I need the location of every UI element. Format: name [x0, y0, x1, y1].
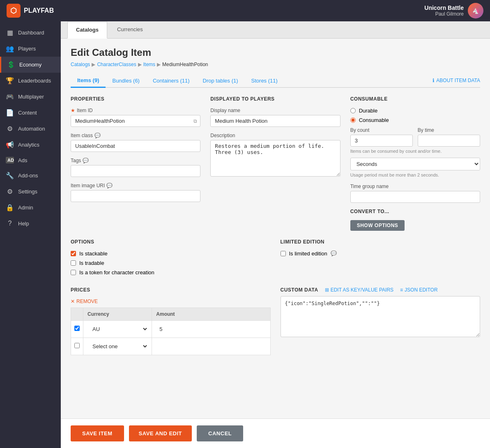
sidebar-item-content[interactable]: 📄 Content	[0, 105, 61, 121]
is-stackable-checkbox[interactable]: Is stackable	[71, 250, 271, 257]
is-token-checkbox[interactable]: Is a token for character creation	[71, 269, 271, 276]
time-group-name-input[interactable]	[350, 191, 480, 203]
sidebar-label-players: Players	[18, 46, 36, 52]
displayed-to-players-section: DISPLAYED TO PLAYERS Display name Descri…	[210, 96, 340, 231]
is-limited-edition-checkbox[interactable]: Is limited edition 💬	[281, 250, 481, 257]
edit-key-value-link[interactable]: ⊞ EDIT AS KEY/VALUE PAIRS	[325, 287, 393, 293]
row1-checkbox[interactable]	[74, 326, 80, 331]
display-name-input[interactable]	[210, 115, 340, 127]
is-limited-edition-label: Is limited edition	[289, 250, 327, 257]
sidebar-label-content: Content	[18, 110, 37, 116]
sub-tab-items[interactable]: Items (9)	[71, 74, 106, 88]
is-token-input[interactable]	[71, 270, 76, 275]
is-stackable-input[interactable]	[71, 251, 76, 256]
breadcrumb-characterclasses[interactable]: CharacterClasses	[97, 62, 136, 67]
radio-durable[interactable]: Durable	[350, 108, 480, 114]
sidebar-item-multiplayer[interactable]: 🎮 Multiplayer	[0, 89, 61, 105]
item-class-input[interactable]	[71, 140, 200, 152]
custom-data-title: CUSTOM DATA	[281, 287, 318, 293]
row2-checkbox[interactable]	[74, 343, 80, 348]
content-icon: 📄	[6, 109, 14, 117]
about-link-text: ABOUT ITEM DATA	[436, 78, 480, 83]
logo-text: PLAYFAB	[24, 7, 54, 14]
json-editor-link[interactable]: ≡ JSON EDITOR	[400, 287, 437, 293]
tab-catalogs[interactable]: Catalogs	[67, 21, 107, 39]
breadcrumb: Catalogs ▶ CharacterClasses ▶ Items ▶ Me…	[71, 62, 480, 67]
sidebar-item-dashboard[interactable]: ▦ Dashboard	[0, 25, 61, 41]
radio-consumable[interactable]: Consumable	[350, 117, 480, 123]
item-id-input[interactable]	[71, 115, 200, 127]
logo[interactable]: ⬡ PLAYFAB	[7, 4, 54, 18]
game-name: Unicorn Battle	[424, 5, 464, 11]
save-item-button[interactable]: SAVE ITEM	[71, 425, 124, 441]
avatar[interactable]: 🦄	[468, 3, 483, 18]
dashboard-icon: ▦	[6, 29, 14, 37]
page-title: Edit Catalog Item	[71, 47, 480, 58]
grid-icon: ⊞	[325, 287, 329, 293]
prices-section: PRICES ✕ REMOVE Currency Amount	[71, 287, 271, 355]
remove-prices-link[interactable]: ✕ REMOVE	[71, 299, 271, 304]
sidebar-item-leaderboards[interactable]: 🏆 Leaderboards	[0, 73, 61, 89]
breadcrumb-items[interactable]: Items	[143, 62, 155, 67]
tags-input[interactable]	[71, 165, 200, 177]
is-limited-edition-input[interactable]	[281, 251, 286, 256]
row2-currency-select[interactable]: Select one	[87, 340, 148, 352]
copy-icon[interactable]: ⧉	[193, 118, 197, 124]
displayed-to-players-title: DISPLAYED TO PLAYERS	[210, 96, 340, 102]
consumable-title: CONSUMABLE	[350, 96, 480, 102]
item-id-group: ★ Item ID ⧉	[71, 108, 200, 127]
sidebar-item-economy[interactable]: 💲 Economy	[0, 57, 61, 73]
custom-data-editor[interactable]: {"icon":"SingleRedPotion","":""}	[281, 296, 481, 337]
tab-currencies[interactable]: Currencies	[109, 21, 151, 38]
analytics-icon: 📢	[6, 141, 14, 149]
sidebar-item-ads[interactable]: AD Ads	[0, 153, 61, 168]
sidebar-item-analytics[interactable]: 📢 Analytics	[0, 137, 61, 153]
limited-edition-section: LIMITED EDITION Is limited edition 💬	[281, 239, 481, 279]
consumable-note2: Usage period must be more than 2 seconds…	[350, 172, 480, 178]
sidebar-item-admin[interactable]: 🔒 Admin	[0, 200, 61, 216]
prices-header-row: Currency Amount	[71, 308, 271, 320]
description-label: Description	[210, 133, 340, 138]
by-count-input[interactable]	[350, 135, 413, 147]
sub-tab-bundles[interactable]: Bundles (6)	[106, 74, 146, 87]
is-tradable-input[interactable]	[71, 260, 76, 266]
sub-tab-droptables[interactable]: Drop tables (1)	[196, 74, 245, 87]
save-and-edit-button[interactable]: SAVE AND EDIT	[129, 425, 192, 441]
breadcrumb-current: MediumHealthPotion	[162, 62, 208, 67]
sub-tab-stores[interactable]: Stores (11)	[245, 74, 284, 87]
json-editor-label: JSON EDITOR	[405, 287, 437, 293]
radio-consumable-input[interactable]	[350, 117, 356, 123]
sidebar-item-players[interactable]: 👥 Players	[0, 41, 61, 57]
image-uri-group: Item image URI 💬	[71, 183, 200, 202]
item-class-comment-icon: 💬	[94, 133, 101, 138]
by-time-input[interactable]	[418, 135, 480, 147]
radio-durable-input[interactable]	[350, 108, 356, 113]
description-textarea[interactable]: Restores a medium portion of life. Three…	[210, 140, 340, 177]
show-options-button[interactable]: SHOW OPTIONS	[350, 220, 405, 231]
breadcrumb-catalogs[interactable]: Catalogs	[71, 62, 90, 67]
about-item-data-link[interactable]: ℹ ABOUT ITEM DATA	[432, 78, 480, 83]
row1-amount-input[interactable]	[155, 324, 267, 335]
by-count-group: By count	[350, 127, 413, 147]
sidebar-item-addons[interactable]: 🔧 Add-ons	[0, 168, 61, 184]
image-uri-input[interactable]	[71, 190, 200, 202]
sidebar-label-multiplayer: Multiplayer	[18, 94, 44, 100]
row2-amount-input[interactable]	[155, 341, 267, 352]
convert-to-title: CONVERT TO...	[350, 209, 480, 214]
row1-currency-select[interactable]: AU	[87, 323, 148, 335]
user-profile[interactable]: Unicorn Battle Paul Gilmore 🦄	[424, 3, 483, 18]
cancel-button[interactable]: CANCEL	[197, 425, 243, 441]
remove-label: REMOVE	[76, 299, 98, 304]
info-icon: ℹ	[432, 78, 435, 83]
seconds-select[interactable]: Seconds Minutes Hours Days	[350, 158, 480, 170]
options-title: OPTIONS	[71, 239, 271, 245]
sidebar-item-automation[interactable]: ⚙ Automation	[0, 121, 61, 137]
description-group: Description Restores a medium portion of…	[210, 133, 340, 178]
is-tradable-checkbox[interactable]: Is tradable	[71, 260, 271, 266]
display-name-label: Display name	[210, 108, 340, 113]
consumable-radio-group: Durable Consumable	[350, 108, 480, 123]
sidebar-item-help[interactable]: ? Help	[0, 216, 61, 231]
sidebar-item-settings[interactable]: ⚙ Settings	[0, 184, 61, 200]
addons-icon: 🔧	[6, 172, 14, 179]
sub-tab-containers[interactable]: Containers (11)	[146, 74, 196, 87]
